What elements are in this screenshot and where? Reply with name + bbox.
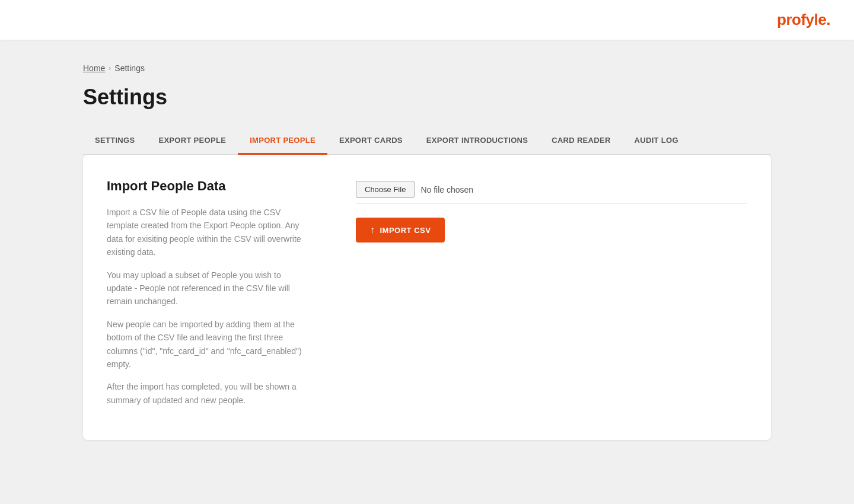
import-description-2: You may upload a subset of People you wi… xyxy=(107,269,308,308)
description-panel: Import People Data Import a CSV file of … xyxy=(107,178,308,416)
logo-dot: . xyxy=(826,11,830,28)
import-description-3: New people can be imported by adding the… xyxy=(107,318,308,371)
tab-settings[interactable]: SETTINGS xyxy=(83,127,146,155)
logo: profyle. xyxy=(777,11,830,29)
choose-file-button[interactable]: Choose File xyxy=(356,181,415,198)
file-name-display: No file chosen xyxy=(420,185,473,194)
import-button-label: IMPORT CSV xyxy=(380,226,431,235)
logo-text: profyle xyxy=(777,11,826,28)
content-card: Import People Data Import a CSV file of … xyxy=(83,155,771,440)
tab-audit-log[interactable]: AUDIT LOG xyxy=(623,127,690,155)
import-csv-button[interactable]: ↑ IMPORT CSV xyxy=(356,218,445,243)
header: profyle. xyxy=(0,0,854,40)
breadcrumb-separator: › xyxy=(109,64,111,72)
tab-export-introductions[interactable]: EXPORT INTRODUCTIONS xyxy=(415,127,540,155)
breadcrumb-home[interactable]: Home xyxy=(83,63,105,73)
tab-card-reader[interactable]: CARD READER xyxy=(540,127,622,155)
breadcrumb-current: Settings xyxy=(114,63,145,73)
file-input-row: Choose File No file chosen xyxy=(356,181,747,203)
main-content: Home › Settings Settings SETTINGS EXPORT… xyxy=(0,40,854,464)
tabs-container: SETTINGS EXPORT PEOPLE IMPORT PEOPLE EXP… xyxy=(83,127,771,155)
breadcrumb: Home › Settings xyxy=(83,63,771,73)
import-section-title: Import People Data xyxy=(107,178,308,194)
upload-icon: ↑ xyxy=(370,225,375,235)
import-description-1: Import a CSV file of People data using t… xyxy=(107,206,308,259)
form-panel: Choose File No file chosen ↑ IMPORT CSV xyxy=(356,178,747,416)
tab-export-people[interactable]: EXPORT PEOPLE xyxy=(146,127,238,155)
page-title: Settings xyxy=(83,85,771,110)
tab-import-people[interactable]: IMPORT PEOPLE xyxy=(238,127,327,155)
import-description-4: After the import has completed, you will… xyxy=(107,380,308,407)
tab-export-cards[interactable]: EXPORT CARDS xyxy=(327,127,415,155)
